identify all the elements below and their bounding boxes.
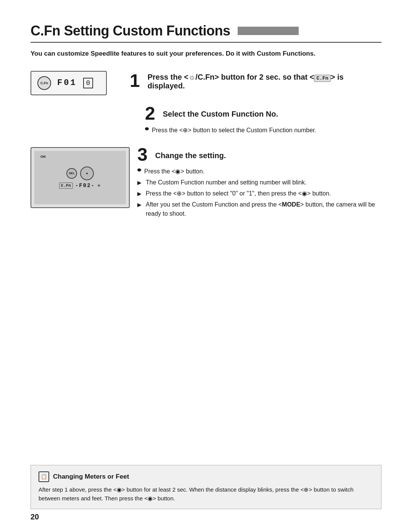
step-2-bullet-1-text: Press the <⊕> button to select the Custo…: [152, 126, 381, 135]
camera-lcd-sun: ☀: [97, 183, 101, 189]
step-3-bullet-4: ▶ After you set the Custom Function and …: [137, 200, 381, 219]
step-2-content: 2 Select the Custom Function No. Press t…: [145, 106, 381, 137]
camera-display: ON SEL ● C.Fn -F02- ☀: [31, 147, 130, 208]
step-3-bullet-2-text: The Custom Function number and setting n…: [146, 178, 381, 187]
step-2-bullet-1: Press the <⊕> button to select the Custo…: [145, 126, 381, 135]
step-1-heading-text: Press the <☼/C.Fn> button for 2 sec. so …: [148, 73, 381, 90]
camera-top-row: SEL ●: [66, 167, 94, 180]
lcd-display: C.Fn F01 0: [31, 71, 107, 95]
camera-display-inner: ON SEL ● C.Fn -F02- ☀: [34, 151, 126, 204]
step-3-content: 3 Change the setting. Press the <◉> butt…: [137, 147, 381, 220]
step-2-row: 2 Select the Custom Function No. Press t…: [31, 106, 381, 137]
camera-bottom-row: C.Fn -F02- ☀: [59, 183, 101, 189]
step-3-bullet-1-text: Press the <◉> button.: [144, 167, 381, 176]
step-3-heading: 3 Change the setting.: [137, 147, 381, 164]
title-rest: Setting Custom Functions: [64, 23, 230, 38]
step-1-number: 1: [130, 72, 140, 90]
cfn-button-icon: C.Fn: [37, 76, 51, 90]
step-1-image: C.Fn F01 0: [31, 71, 130, 95]
step-3-row: ON SEL ● C.Fn -F02- ☀ 3 C: [31, 147, 381, 220]
step-2-heading: 2 Select the Custom Function No.: [145, 106, 381, 123]
step-1-heading: 1 Press the <☼/C.Fn> button for 2 sec. s…: [130, 73, 381, 90]
note-box: 📋 Changing Meters or Feet After step 1 a…: [31, 465, 381, 510]
lcd-text: F01: [57, 78, 77, 88]
bullet-arrow-icon-2: ▶: [137, 190, 143, 198]
intro-text: You can customize Speedlite features to …: [31, 49, 317, 59]
step-3-number: 3: [137, 146, 148, 164]
page-title: C.Fn Setting Custom Functions: [31, 23, 230, 39]
note-header: 📋 Changing Meters or Feet: [39, 471, 373, 482]
bullet-arrow-icon-3: ▶: [137, 201, 143, 209]
bullet-arrow-icon-1: ▶: [137, 179, 143, 187]
step-2-body: Press the <⊕> button to select the Custo…: [145, 126, 381, 135]
step-1-content: 1 Press the <☼/C.Fn> button for 2 sec. s…: [130, 73, 381, 93]
step-2-heading-text: Select the Custom Function No.: [163, 110, 278, 119]
note-icon: 📋: [39, 471, 49, 482]
step-3-bullet-1: Press the <◉> button.: [137, 167, 381, 176]
sel-button-icon: SEL: [66, 168, 77, 179]
step-2-number: 2: [145, 104, 155, 123]
step-3-body: Press the <◉> button. ▶ The Custom Funct…: [137, 167, 381, 219]
center-dial-icon: ●: [80, 167, 94, 180]
bullet-dot-icon-1: [137, 168, 141, 171]
page-header: C.Fn Setting Custom Functions: [31, 23, 381, 43]
step-3-image: ON SEL ● C.Fn -F02- ☀: [31, 147, 137, 208]
page-number: 20: [31, 513, 39, 521]
step-1-row: C.Fn F01 0 1 Press the <☼/C.Fn> button f…: [31, 71, 381, 95]
on-label: ON: [40, 155, 46, 159]
title-decoration-bar: [238, 27, 299, 35]
cfn-small-icon: C.Fn: [59, 183, 73, 189]
step-3-heading-text: Change the setting.: [155, 151, 226, 160]
step-3-bullet-2: ▶ The Custom Function number and setting…: [137, 178, 381, 187]
steps-section: C.Fn F01 0 1 Press the <☼/C.Fn> button f…: [31, 71, 381, 221]
bullet-dot-icon: [145, 127, 149, 130]
step-3-bullet-4-text: After you set the Custom Function and pr…: [146, 200, 381, 219]
lcd-box: 0: [83, 78, 93, 88]
note-body: After step 1 above, press the <◉> button…: [39, 485, 373, 503]
note-title: Changing Meters or Feet: [53, 473, 129, 481]
camera-lcd-f02: -F02-: [75, 183, 95, 189]
step-3-bullet-3-text: Press the <⊕> button to select "0" or "1…: [146, 189, 381, 199]
title-cfn: C.Fn: [31, 23, 60, 38]
step-3-bullet-3: ▶ Press the <⊕> button to select "0" or …: [137, 189, 381, 199]
